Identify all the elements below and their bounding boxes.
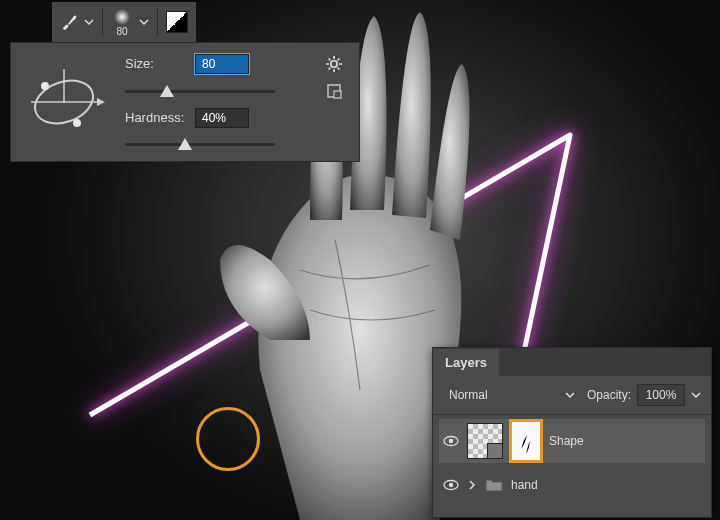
hardness-label: Hardness: [125, 110, 185, 125]
svg-point-4 [41, 82, 49, 90]
layer-row-hand-group[interactable]: hand [439, 463, 705, 507]
svg-point-20 [449, 483, 453, 487]
size-slider[interactable] [125, 84, 275, 98]
layer-name[interactable]: hand [511, 478, 538, 492]
tab-layers[interactable]: Layers [433, 349, 499, 376]
separator [102, 8, 103, 36]
layer-mask-thumbnail[interactable] [511, 421, 541, 461]
gear-icon[interactable] [321, 55, 347, 73]
layer-row-shape[interactable]: Shape [439, 419, 705, 463]
new-preset-icon[interactable] [326, 83, 342, 99]
brush-icon[interactable] [60, 13, 78, 31]
brush-cursor-circle [213, 424, 243, 454]
expand-caret-icon[interactable] [467, 480, 477, 490]
opacity-label: Opacity: [587, 388, 631, 402]
svg-point-0 [114, 9, 130, 25]
hardness-slider[interactable] [125, 137, 275, 151]
svg-line-12 [338, 67, 340, 69]
layer-name[interactable]: Shape [549, 434, 584, 448]
brush-angle-control[interactable] [23, 61, 105, 143]
tab-label: Layers [445, 355, 487, 370]
soft-round-icon [111, 8, 133, 26]
chevron-down-icon[interactable] [691, 390, 701, 400]
panel-tab-bar: Layers [433, 348, 711, 376]
separator [157, 8, 158, 36]
hardness-value: 40% [202, 111, 226, 125]
layer-list: Shape hand [433, 415, 711, 517]
size-value: 80 [202, 57, 215, 71]
blend-mode-select[interactable]: Normal [443, 388, 581, 402]
svg-line-11 [329, 58, 331, 60]
svg-line-13 [329, 67, 331, 69]
opacity-input[interactable]: 100% [637, 384, 685, 406]
opacity-value: 100% [646, 388, 677, 402]
brush-size-label: 80 [116, 27, 127, 37]
chevron-down-icon [565, 390, 575, 400]
hardness-input[interactable]: 40% [195, 108, 249, 128]
visibility-eye-icon[interactable] [443, 433, 459, 449]
blend-mode-value: Normal [449, 388, 488, 402]
svg-point-6 [331, 60, 337, 66]
layer-thumbnail[interactable] [467, 423, 503, 459]
svg-point-5 [73, 119, 81, 127]
brush-settings-popover: Size: 80 Hardness: 40% [10, 42, 360, 162]
svg-line-14 [338, 58, 340, 60]
chevron-down-icon[interactable] [84, 17, 94, 27]
size-input[interactable]: 80 [195, 54, 249, 74]
svg-rect-16 [334, 91, 341, 98]
visibility-eye-icon[interactable] [443, 477, 459, 493]
svg-point-18 [449, 439, 453, 443]
folder-icon [485, 478, 503, 492]
layers-panel: Layers Normal Opacity: 100% Shape hand [432, 347, 712, 518]
mask-mode-icon[interactable] [166, 11, 188, 33]
tool-options-bar: 80 [52, 2, 196, 42]
size-label: Size: [125, 56, 185, 71]
brush-preset-preview[interactable]: 80 [111, 8, 133, 37]
brush-cursor-marker [196, 407, 260, 471]
chevron-down-icon[interactable] [139, 17, 149, 27]
